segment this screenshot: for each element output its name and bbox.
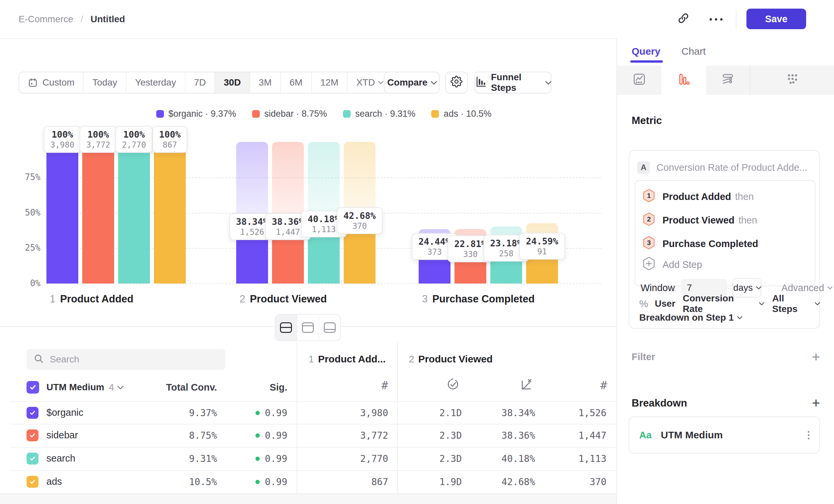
table-row[interactable]: $organic9.37%0.993,9802.1D38.34%1,526: [0, 401, 616, 425]
count-metric-icon[interactable]: #: [372, 379, 388, 392]
property-type-icon: Aa: [639, 430, 652, 441]
conversion-chart-icon[interactable]: [520, 378, 533, 394]
table-row[interactable]: ads10.5%0.998671.9D42.68%370: [0, 470, 616, 494]
dots-grid-icon: [786, 73, 799, 88]
bar-search-step1[interactable]: [118, 142, 150, 283]
svg-text:2: 2: [647, 215, 651, 223]
layout-chart-button[interactable]: [297, 315, 319, 341]
layout-split-button[interactable]: [275, 315, 297, 341]
active-tab-underline: [630, 60, 663, 63]
value-count: 373: [418, 247, 451, 257]
row-total-conv: 8.75%: [151, 430, 217, 441]
metric-title-row[interactable]: A Conversion Rate of Product Adde...: [637, 161, 819, 174]
share-link-button[interactable]: [674, 9, 693, 29]
bar-ads-step1[interactable]: [154, 142, 186, 283]
measured-as-row: % User Conversion Rate All Steps: [639, 293, 819, 314]
link-icon: [677, 12, 690, 27]
search-input[interactable]: [49, 354, 219, 365]
y-axis-tick: 25%: [17, 243, 41, 253]
step2-number: 2: [409, 353, 414, 364]
breakdown-on-label: Breakdown on Step 1: [639, 312, 734, 323]
step2-column-header[interactable]: 2Product Viewed: [409, 353, 492, 365]
chevron-down-icon: [815, 300, 820, 306]
row-label: sidebar: [46, 430, 78, 441]
breakdown-on-step-row[interactable]: Breakdown on Step 1: [639, 312, 742, 323]
value-pct: 38.34%: [236, 216, 268, 227]
layout-toggle-control: [275, 314, 341, 341]
tab-retention-chart[interactable]: [750, 66, 834, 95]
bar-organic-step1[interactable]: [46, 142, 78, 283]
step1-label: Product Add...: [318, 353, 386, 364]
panel-step-2[interactable]: 2Product Viewedthen: [642, 212, 815, 228]
row-checkbox-organic[interactable]: [26, 407, 39, 419]
sig-dot: [256, 480, 260, 484]
metric-badge: A: [637, 161, 650, 174]
total-conv-column-header[interactable]: Total Conv.: [151, 382, 217, 393]
row-step2-count: 370: [557, 477, 607, 487]
select-all-checkbox[interactable]: [26, 381, 39, 394]
bar-sidebar-step1[interactable]: [82, 142, 114, 283]
more-options-button[interactable]: [706, 9, 726, 29]
step-event-name: Product Viewed: [662, 215, 734, 226]
row-total-conv: 9.31%: [151, 453, 217, 464]
step1-number: 1: [309, 353, 314, 364]
measure-conversion-rate[interactable]: Conversion Rate: [683, 293, 764, 314]
panel-step-3[interactable]: 3Purchase Completed: [642, 236, 815, 252]
add-filter-button[interactable]: +: [812, 352, 820, 362]
row-checkbox-ads[interactable]: [26, 476, 39, 488]
measure-all-steps[interactable]: All Steps: [772, 293, 819, 314]
filter-heading: Filter: [632, 351, 655, 362]
group-column-label[interactable]: UTM Medium: [46, 382, 104, 393]
sig-column-header[interactable]: Sig.: [254, 382, 287, 393]
sig-dot: [256, 457, 260, 461]
row-step2-pct: 38.34%: [479, 408, 535, 418]
layout-table-button[interactable]: [319, 315, 341, 341]
value-pct: 24.59%: [526, 236, 558, 246]
add-step-hexagon-icon: [642, 257, 655, 273]
tab-funnel-chart[interactable]: [661, 66, 706, 95]
tab-flows-chart[interactable]: [706, 66, 750, 95]
y-axis-tick: 50%: [17, 208, 41, 217]
add-breakdown-button[interactable]: +: [812, 398, 820, 408]
row-time-to-convert: 2.3D: [412, 453, 462, 464]
funnel-chart-icon: [677, 73, 690, 88]
add-step-button[interactable]: Add Step: [642, 257, 815, 273]
panel-step-1[interactable]: 1Product Addedthen: [642, 189, 815, 205]
chevron-down-icon[interactable]: [117, 383, 124, 390]
save-button[interactable]: Save: [746, 8, 806, 29]
row-step2-count: 1,113: [557, 453, 607, 464]
row-step2-count: 1,447: [557, 430, 607, 441]
row-checkbox-sidebar[interactable]: [26, 429, 39, 441]
sig-dot: [256, 411, 260, 415]
funnel-chart: 0%25%50%75%100%3,98038.34%1,52624.44%373…: [0, 0, 616, 338]
ellipsis-icon: [709, 18, 723, 21]
row-checkbox-search[interactable]: [26, 453, 39, 464]
count-metric-icon[interactable]: #: [591, 379, 607, 392]
table-search[interactable]: [26, 349, 225, 370]
table-row[interactable]: sidebar8.75%0.993,7722.3D38.36%1,447: [0, 424, 616, 447]
row-sig: 0.99: [264, 477, 287, 487]
step1-column-header[interactable]: 1Product Add...: [309, 353, 386, 365]
table-row[interactable]: search9.31%0.992,7702.3D40.18%1,113: [0, 447, 616, 470]
chevron-down-icon: [756, 284, 762, 290]
y-axis-tick: 75%: [17, 172, 41, 182]
value-pct: 40.18%: [308, 214, 340, 224]
tab-query[interactable]: Query: [632, 46, 660, 57]
measure-user[interactable]: User: [655, 298, 676, 309]
time-to-convert-icon[interactable]: [446, 378, 459, 394]
row-time-to-convert: 1.9D: [412, 477, 462, 487]
split-view-icon: [280, 322, 292, 333]
row-sig: 0.99: [264, 408, 287, 418]
value-pct: 100%: [122, 129, 146, 140]
row-step1-count: 2,770: [338, 453, 388, 464]
flows-icon: [721, 73, 734, 88]
kebab-menu-icon[interactable]: [808, 429, 809, 441]
row-step1-count: 867: [338, 477, 388, 487]
step2-label: Product Viewed: [418, 353, 493, 364]
y-axis-tick: 0%: [17, 278, 41, 288]
tab-line-chart[interactable]: [617, 66, 661, 95]
value-count: 91: [526, 247, 558, 256]
tab-chart[interactable]: Chart: [681, 46, 706, 57]
breakdown-item-card[interactable]: Aa UTM Medium: [629, 416, 820, 454]
advanced-toggle[interactable]: Advanced: [781, 282, 832, 294]
